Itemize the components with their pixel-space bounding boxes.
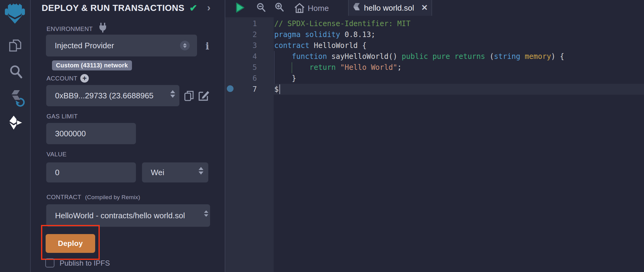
- network-badge: Custom (43113) network: [52, 60, 132, 70]
- deploy-button[interactable]: Deploy: [46, 234, 95, 253]
- environment-select-arrows-icon[interactable]: [180, 41, 190, 50]
- solidity-compiler-icon[interactable]: [9, 89, 27, 108]
- line-numbers[interactable]: 1234567: [225, 18, 257, 95]
- tab-home-label[interactable]: Home: [308, 4, 329, 13]
- solidity-file-icon: [353, 3, 361, 13]
- info-icon[interactable]: i: [206, 41, 209, 52]
- publish-ipfs-label: Publish to IPFS: [60, 259, 110, 267]
- publish-ipfs-checkbox[interactable]: [45, 258, 54, 267]
- unit-select-arrows-icon: [199, 167, 203, 175]
- environment-value: Injected Provider: [55, 41, 114, 50]
- gas-limit-label: GAS LIMIT: [47, 113, 78, 120]
- check-icon: ✔: [189, 2, 197, 14]
- code-line[interactable]: contract HelloWorld {: [274, 40, 564, 51]
- edit-account-icon[interactable]: [198, 90, 210, 101]
- deploy-run-icon[interactable]: [9, 115, 24, 130]
- line-number[interactable]: 3: [225, 40, 257, 51]
- editor-tabbar: [225, 0, 644, 17]
- gas-limit-input[interactable]: [46, 123, 136, 144]
- line-number[interactable]: 5: [225, 62, 257, 73]
- search-icon[interactable]: [9, 64, 24, 80]
- account-value: 0xBB9...29733 (23.6688965: [55, 91, 154, 100]
- code-area[interactable]: // SPDX-License-Identifier: MITpragma so…: [274, 18, 564, 95]
- value-unit: Wei: [151, 168, 164, 177]
- tab-label: hello world.sol: [364, 3, 414, 13]
- close-icon[interactable]: ✕: [421, 3, 428, 12]
- line-number[interactable]: 2: [225, 29, 257, 40]
- zoom-in-icon[interactable]: [275, 2, 284, 12]
- remix-ide-window: DEPLOY & RUN TRANSACTIONS ✔ › ENVIRONMEN…: [0, 0, 644, 272]
- zoom-out-icon[interactable]: [256, 2, 266, 12]
- line-number[interactable]: 7: [225, 84, 257, 95]
- account-select-arrows-icon: [170, 90, 175, 98]
- home-icon: [294, 3, 305, 13]
- tab-hello-world-sol[interactable]: hello world.sol ✕: [348, 0, 432, 16]
- copy-account-icon[interactable]: [184, 90, 194, 101]
- value-input[interactable]: [46, 162, 136, 182]
- line-number[interactable]: 4: [225, 51, 257, 62]
- contract-sublabel: (Compiled by Remix): [85, 194, 140, 200]
- environment-label: ENVIRONMENT: [47, 25, 93, 32]
- remix-logo: [4, 2, 26, 24]
- run-play-icon[interactable]: [235, 2, 245, 13]
- line-number[interactable]: 6: [225, 73, 257, 84]
- panel-title: DEPLOY & RUN TRANSACTIONS: [42, 3, 185, 13]
- code-line[interactable]: function sayHelloWorld() public pure ret…: [274, 51, 564, 62]
- contract-label: CONTRACT: [47, 194, 81, 200]
- contract-select-arrows-icon: [204, 210, 208, 217]
- line-number[interactable]: 1: [225, 18, 257, 29]
- code-line[interactable]: // SPDX-License-Identifier: MIT: [274, 18, 564, 29]
- plug-icon: [98, 22, 108, 33]
- file-explorer-icon[interactable]: [8, 38, 23, 53]
- tab-home[interactable]: [294, 3, 305, 13]
- icon-sidebar: [0, 0, 31, 272]
- value-unit-select[interactable]: Wei: [142, 162, 208, 182]
- account-select[interactable]: 0xBB9...29733 (23.6688965: [46, 85, 179, 106]
- add-account-icon[interactable]: +: [80, 74, 89, 83]
- text-cursor: [279, 84, 280, 94]
- contract-select[interactable]: HelloWorld - contracts/hello world.sol: [46, 204, 210, 227]
- chevron-right-icon[interactable]: ›: [207, 2, 210, 13]
- environment-select[interactable]: Injected Provider: [46, 35, 197, 56]
- code-line[interactable]: pragma solidity 0.8.13;: [274, 29, 564, 40]
- code-line[interactable]: $: [274, 84, 564, 95]
- account-label: ACCOUNT: [47, 75, 78, 82]
- value-label: VALUE: [47, 151, 67, 158]
- contract-value: HelloWorld - contracts/hello world.sol: [55, 211, 185, 220]
- code-line[interactable]: return "Hello World";: [274, 62, 564, 73]
- code-line[interactable]: }: [274, 73, 564, 84]
